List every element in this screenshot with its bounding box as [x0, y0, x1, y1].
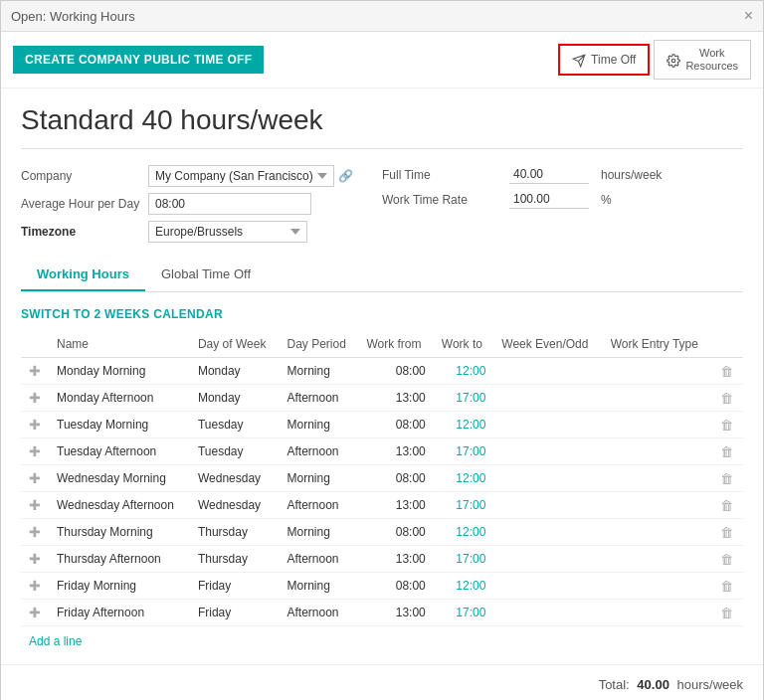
company-select[interactable]: My Company (San Francisco) [148, 165, 334, 187]
time-off-nav-button[interactable]: Time Off [558, 44, 650, 76]
company-label: Company [21, 169, 140, 183]
row-name: Tuesday Afternoon [49, 438, 190, 465]
row-even-odd [493, 465, 602, 492]
time-off-label: Time Off [591, 53, 636, 67]
row-to: 12:00 [434, 358, 494, 385]
worktime-row: Work Time Rate % [382, 190, 743, 209]
row-even-odd [493, 385, 602, 412]
row-from: 08:00 [358, 358, 433, 385]
row-name: Thursday Afternoon [49, 546, 190, 573]
row-to: 17:00 [434, 546, 494, 573]
row-to: 17:00 [434, 492, 494, 519]
table-row: ✚ Tuesday Afternoon Tuesday Afternoon 13… [21, 438, 743, 465]
row-entry-type [603, 546, 713, 573]
modal-toolbar: CREATE COMPANY PUBLIC TIME OFF Time Off [1, 32, 763, 88]
col-drag [21, 331, 49, 358]
row-name: Wednesday Afternoon [49, 492, 190, 519]
delete-row-icon[interactable]: 🗑 [720, 471, 733, 486]
drag-handle-cell: ✚ [21, 546, 49, 573]
row-from: 13:00 [358, 600, 433, 626]
fulltime-input[interactable] [509, 165, 589, 184]
delete-row-icon[interactable]: 🗑 [720, 391, 733, 406]
row-to: 12:00 [434, 412, 494, 438]
drag-handle-icon[interactable]: ✚ [29, 417, 41, 433]
row-from: 08:00 [358, 519, 433, 546]
delete-row-icon[interactable]: 🗑 [720, 579, 733, 594]
drag-handle-icon[interactable]: ✚ [29, 605, 41, 620]
timezone-select[interactable]: Europe/Brussels [148, 221, 307, 243]
total-label: Total: [599, 677, 630, 692]
row-entry-type [603, 492, 713, 519]
drag-handle-icon[interactable]: ✚ [29, 470, 41, 486]
table-row: ✚ Wednesday Afternoon Wednesday Afternoo… [21, 492, 743, 519]
row-delete-cell: 🗑 [712, 492, 743, 519]
work-resources-label: Work Resources [685, 47, 738, 73]
table-row: ✚ Thursday Afternoon Thursday Afternoon … [21, 546, 743, 573]
tab-working-hours[interactable]: Working Hours [21, 259, 145, 291]
row-to: 12:00 [434, 465, 494, 492]
drag-handle-cell: ✚ [21, 438, 49, 465]
create-company-public-time-off-button[interactable]: CREATE COMPANY PUBLIC TIME OFF [13, 46, 264, 74]
worktime-label: Work Time Rate [382, 193, 501, 207]
drag-handle-icon[interactable]: ✚ [29, 497, 41, 513]
delete-row-icon[interactable]: 🗑 [720, 552, 733, 567]
add-line-link[interactable]: Add a line [21, 634, 82, 648]
form-left: Company My Company (San Francisco) 🔗 Ave… [21, 165, 382, 243]
delete-row-icon[interactable]: 🗑 [720, 364, 733, 379]
col-delete [712, 331, 743, 358]
col-even-odd: Week Even/Odd [493, 331, 602, 358]
external-link-icon[interactable]: 🔗 [338, 169, 353, 183]
col-name: Name [49, 331, 190, 358]
svg-point-0 [672, 60, 676, 64]
row-name: Friday Morning [49, 573, 190, 600]
row-day: Thursday [190, 546, 280, 573]
row-period: Afternoon [279, 492, 358, 519]
delete-row-icon[interactable]: 🗑 [720, 525, 733, 540]
drag-handle-icon[interactable]: ✚ [29, 524, 41, 540]
row-from: 13:00 [358, 546, 433, 573]
drag-handle-icon[interactable]: ✚ [29, 363, 41, 379]
switch-calendar-link[interactable]: SWITCH TO 2 WEEKS CALENDAR [21, 307, 223, 321]
worktime-input[interactable] [509, 190, 589, 209]
drag-handle-cell: ✚ [21, 492, 49, 519]
row-day: Thursday [190, 519, 280, 546]
table-row: ✚ Friday Morning Friday Morning 08:00 12… [21, 573, 743, 600]
row-to: 12:00 [434, 519, 494, 546]
drag-handle-icon[interactable]: ✚ [29, 443, 41, 459]
row-name: Friday Afternoon [49, 600, 190, 626]
delete-row-icon[interactable]: 🗑 [720, 418, 733, 433]
drag-handle-icon[interactable]: ✚ [29, 551, 41, 567]
drag-handle-icon[interactable]: ✚ [29, 390, 41, 406]
row-even-odd [493, 573, 602, 600]
row-even-odd [493, 358, 602, 385]
row-delete-cell: 🗑 [712, 573, 743, 600]
record-title: Standard 40 hours/week [21, 104, 743, 149]
row-even-odd [493, 519, 602, 546]
row-day: Friday [190, 573, 280, 600]
total-value: 40.00 [637, 677, 669, 692]
worktime-unit: % [601, 193, 612, 207]
delete-row-icon[interactable]: 🗑 [720, 498, 733, 513]
row-even-odd [493, 438, 602, 465]
drag-handle-cell: ✚ [21, 465, 49, 492]
delete-row-icon[interactable]: 🗑 [720, 606, 733, 620]
drag-handle-icon[interactable]: ✚ [29, 578, 41, 594]
col-to: Work to [434, 331, 494, 358]
col-period: Day Period [279, 331, 358, 358]
timezone-label: Timezone [21, 225, 140, 239]
row-name: Monday Afternoon [49, 385, 190, 412]
avg-hour-input[interactable] [148, 193, 311, 215]
row-to: 17:00 [434, 600, 494, 626]
fulltime-label: Full Time [382, 168, 501, 182]
tab-global-time-off[interactable]: Global Time Off [145, 259, 267, 291]
row-to: 12:00 [434, 573, 494, 600]
close-icon[interactable]: × [744, 7, 753, 25]
row-from: 13:00 [358, 385, 433, 412]
row-to: 17:00 [434, 438, 494, 465]
row-name: Tuesday Morning [49, 412, 190, 438]
work-resources-nav-button[interactable]: Work Resources [654, 40, 751, 80]
row-entry-type [603, 385, 713, 412]
row-name: Wednesday Morning [49, 465, 190, 492]
delete-row-icon[interactable]: 🗑 [720, 444, 733, 459]
drag-handle-cell: ✚ [21, 385, 49, 412]
